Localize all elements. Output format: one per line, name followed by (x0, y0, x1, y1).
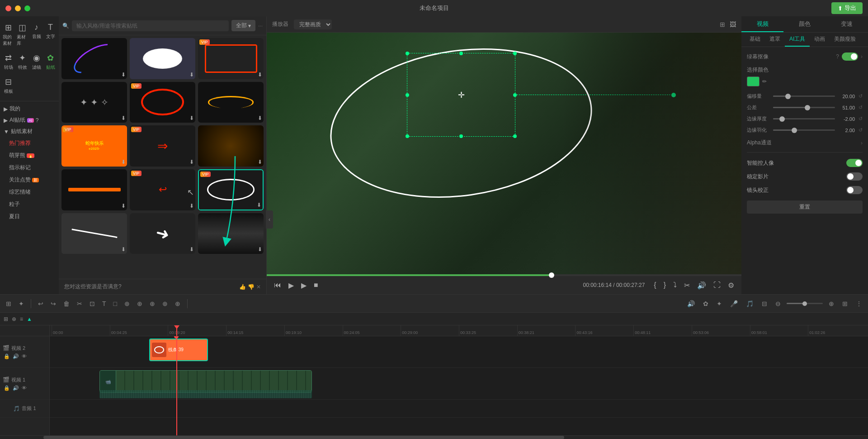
asset-item[interactable]: ⬇ (61, 213, 127, 254)
timeline-scrollbar[interactable] (0, 435, 868, 439)
timeline-audio-tool[interactable]: 🔊 (685, 299, 697, 309)
playhead[interactable] (176, 325, 177, 336)
timeline-tool-grid[interactable]: ⊞ (4, 299, 14, 309)
sidebar-item-summer[interactable]: 夏日 (0, 210, 59, 223)
subtab-animation[interactable]: 动画 (810, 33, 830, 47)
tool-transition[interactable]: ⇄ 转场 (2, 50, 15, 73)
asset-item[interactable]: VIP ⬇ (198, 38, 264, 79)
asset-item[interactable]: VIP ⬇ (130, 82, 195, 123)
track-lock-icon[interactable]: 🔒 (4, 353, 10, 359)
tool-template[interactable]: ⊟ 模板 (2, 74, 15, 97)
tool-effect[interactable]: ✦ 特效 (16, 50, 29, 73)
tool-filter[interactable]: ◉ 滤镜 (30, 50, 43, 73)
close-button[interactable] (5, 5, 11, 11)
color-edit-icon[interactable]: ✏ (762, 78, 767, 85)
speaker-icon[interactable]: 🔊 (695, 280, 708, 291)
timeline-tool-text[interactable]: T (100, 299, 108, 309)
timeline-effect-tool[interactable]: ✦ (714, 299, 724, 309)
track1-audio-icon[interactable]: 🔊 (13, 385, 19, 391)
timeline-tool-rect[interactable]: □ (111, 299, 119, 309)
tolerance-reset[interactable]: ↺ (859, 93, 863, 99)
play-button2[interactable]: ▶ (299, 280, 308, 291)
settings-icon[interactable]: ⚙ (726, 280, 736, 291)
smart-person-toggle[interactable] (846, 159, 863, 167)
color-swatch[interactable] (747, 76, 760, 86)
track-tool-split[interactable]: ≡ (20, 316, 23, 322)
timeline-mic-tool[interactable]: 🎤 (728, 299, 740, 309)
asset-item[interactable]: 蛇年快乐e2025· VIP ⬇ (61, 125, 127, 167)
reset-button[interactable]: 重置 (747, 200, 863, 214)
timeline-crop-tool[interactable]: ⊟ (760, 299, 769, 309)
zoom-track[interactable] (787, 303, 823, 304)
timeline-tool-copy[interactable]: ⊡ (87, 299, 97, 309)
track-audio-icon[interactable]: 🔊 (13, 353, 19, 359)
track-eye-icon[interactable]: 👁 (22, 353, 27, 359)
timeline-layout-tool[interactable]: ⊞ (840, 299, 850, 309)
timeline-tool-grp[interactable]: ⊕ (122, 299, 132, 309)
timeline-tool-undo[interactable]: ↩ (36, 299, 46, 309)
sidebar-item-variety[interactable]: 综艺情绪 (0, 186, 59, 198)
diff-track[interactable] (773, 107, 835, 108)
asset-item[interactable]: ⬇ (130, 38, 195, 79)
asset-item[interactable]: ⬇ (198, 213, 264, 254)
preview-mode-icon[interactable]: ⊞ (720, 21, 725, 28)
timeline-voice-tool[interactable]: 🎵 (744, 299, 756, 309)
collapse-panel-btn[interactable]: ‹ (266, 210, 273, 229)
sidebar-item-attention[interactable]: 关注点赞 新 (0, 174, 59, 186)
track-tool-playhead[interactable]: ▲ (27, 316, 32, 322)
sidebar-item-particle[interactable]: 粒子 (0, 198, 59, 210)
timeline-tool-speed[interactable]: ⊕ (160, 299, 170, 309)
edge-blur-track[interactable] (773, 129, 835, 131)
lens-correct-toggle[interactable] (846, 186, 863, 194)
skip-back-button[interactable]: ⏮ (272, 280, 283, 290)
insert-icon[interactable]: ⤵ (671, 280, 679, 290)
asset-item[interactable]: ↩ VIP ⬇ (130, 169, 195, 210)
timeline-tool-split[interactable]: ✂ (75, 299, 85, 309)
timeline-zoomin-tool[interactable]: ⊕ (826, 299, 836, 309)
maximize-button[interactable] (24, 5, 30, 11)
edge-blur-reset[interactable]: ↺ (859, 127, 863, 133)
asset-item[interactable]: ⇒ VIP ⬇ (130, 125, 195, 167)
track1-lock-icon[interactable]: 🔒 (4, 385, 10, 391)
sticker-clip[interactable]: 线条 39 (149, 339, 208, 361)
feedback-close[interactable]: ✕ (256, 284, 261, 290)
timeline-zoomout-tool[interactable]: ⊖ (773, 299, 783, 309)
timeline-sticker-tool[interactable]: ✿ (701, 299, 711, 309)
asset-item[interactable]: ⬇ (61, 38, 127, 79)
asset-item[interactable]: ➜ ⬇ (130, 213, 195, 254)
mark-out-icon[interactable]: } (662, 280, 668, 290)
asset-item[interactable]: ✦ ✦ ✧ ⬇ (61, 82, 127, 123)
filter-button[interactable]: 全部 ▾ (231, 20, 255, 31)
tool-audio[interactable]: ♪ 音频 (30, 20, 43, 49)
subtab-ai[interactable]: AI工具 (785, 33, 810, 47)
tolerance-track[interactable] (773, 95, 835, 97)
play-button[interactable]: ▶ (287, 280, 296, 291)
video-clip[interactable]: 📹 (99, 370, 312, 393)
preview-progress[interactable] (267, 274, 741, 276)
timeline-tool-link[interactable]: ⊕ (135, 299, 145, 309)
asset-item[interactable]: ⬇ (198, 82, 264, 123)
thumbs-down-icon[interactable]: 👎 (248, 284, 255, 290)
tool-text[interactable]: T 文字 (44, 20, 57, 49)
timeline-tool-mark[interactable]: ⊕ (147, 299, 157, 309)
tab-transform[interactable]: 变速 (826, 16, 868, 32)
more-options-icon[interactable]: ··· (258, 23, 263, 29)
fullscreen-icon[interactable]: ⛶ (712, 280, 722, 290)
timeline-tool-select[interactable]: ✦ (16, 299, 26, 309)
search-input[interactable] (72, 20, 229, 31)
stabilize-toggle[interactable] (846, 172, 863, 181)
subtab-beauty[interactable]: 美颜瘦脸 (830, 33, 860, 47)
track-tool-link[interactable]: ⊕ (12, 316, 16, 322)
export-button[interactable]: ⬆ 导出 (831, 2, 863, 14)
timeline-tool-freeze[interactable]: ⊕ (173, 299, 183, 309)
timeline-tool-delete[interactable]: 🗑 (61, 299, 72, 309)
tab-color[interactable]: 颜色 (783, 16, 826, 32)
mark-in-icon[interactable]: { (652, 280, 658, 290)
diff-reset[interactable]: ↺ (859, 105, 863, 110)
alpha-expand[interactable]: › (861, 140, 863, 146)
tab-video[interactable]: 视频 (741, 16, 783, 32)
asset-item[interactable]: ⬇ (198, 125, 264, 167)
subtab-basic[interactable]: 基础 (745, 33, 765, 47)
sidebar-item-hot[interactable]: 热门推荐 (0, 137, 59, 149)
subtab-mask[interactable]: 遮罩 (765, 33, 785, 47)
